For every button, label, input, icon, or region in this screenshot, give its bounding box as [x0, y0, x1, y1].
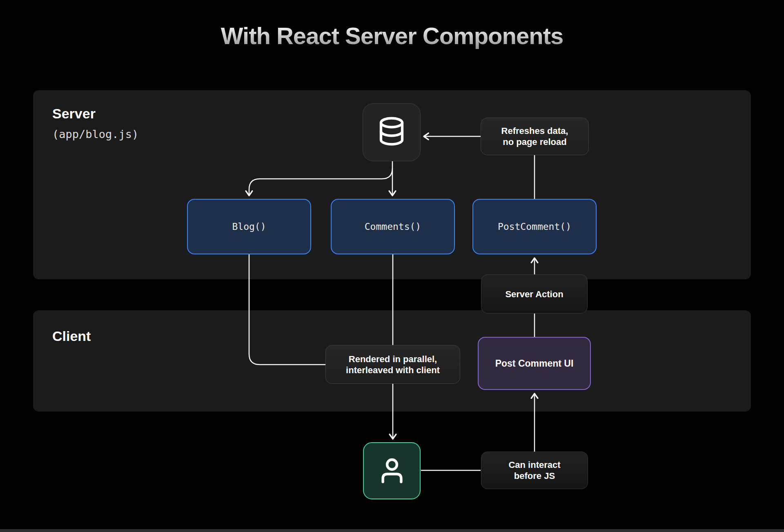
can-interact-line1: Can interact [508, 459, 560, 470]
rendered-note-line1: Rendered in parallel, [346, 354, 440, 365]
rendered-note-line2: interleaved with client [346, 365, 440, 376]
bottom-edge-strip [0, 529, 784, 532]
post-comment-ui-label: Post Comment UI [495, 358, 574, 369]
client-panel-label: Client [52, 328, 91, 344]
diagram-canvas: With React Server Components Server (app… [0, 0, 784, 532]
server-action-label: Server Action [505, 289, 563, 300]
server-panel-label: Server [52, 106, 96, 122]
refreshes-note-line1: Refreshes data, [501, 125, 568, 136]
user-node [363, 442, 421, 499]
refreshes-note-line2: no page reload [501, 136, 568, 147]
database-icon [374, 114, 409, 150]
rendered-in-parallel-note: Rendered in parallel, interleaved with c… [325, 345, 460, 384]
server-action-node: Server Action [481, 274, 588, 314]
refreshes-data-note: Refreshes data, no page reload [481, 118, 589, 155]
postcomment-component-node: PostComment() [472, 199, 597, 254]
blog-component-node: Blog() [187, 199, 311, 254]
can-interact-note: Can interact before JS [481, 452, 588, 489]
server-panel-path: (app/blog.js) [52, 128, 138, 140]
database-node [363, 103, 421, 161]
comments-component-node: Comments() [331, 199, 455, 254]
person-icon [376, 454, 408, 487]
blog-component-label: Blog() [232, 221, 266, 232]
comments-component-label: Comments() [365, 221, 421, 232]
postcomment-component-label: PostComment() [498, 221, 571, 232]
page-title: With React Server Components [0, 21, 784, 51]
can-interact-line2: before JS [508, 470, 560, 481]
post-comment-ui-node: Post Comment UI [478, 337, 591, 390]
